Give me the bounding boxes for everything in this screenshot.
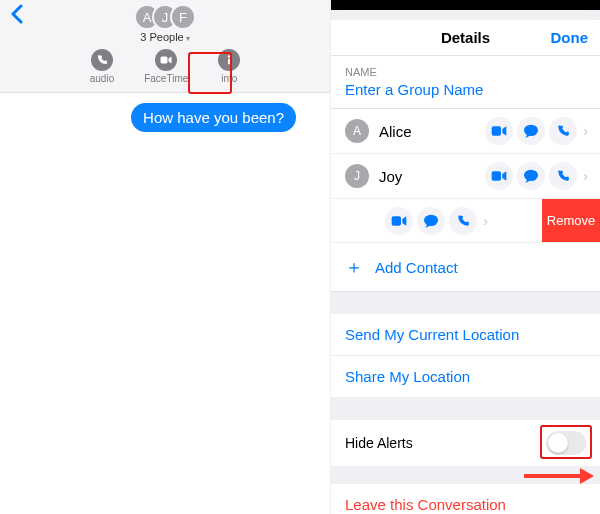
- share-location-button[interactable]: Share My Location: [331, 356, 600, 398]
- member-row-swiped[interactable]: ye › Remove: [331, 199, 600, 243]
- remove-button[interactable]: Remove: [542, 199, 600, 243]
- avatar: J: [345, 164, 369, 188]
- section-gap: [331, 398, 600, 420]
- video-call-button[interactable]: [385, 207, 413, 235]
- send-location-button[interactable]: Send My Current Location: [331, 314, 600, 356]
- group-avatars[interactable]: A J F: [0, 4, 330, 30]
- video-call-button[interactable]: [485, 117, 513, 145]
- video-call-button[interactable]: [485, 162, 513, 190]
- video-icon: [155, 49, 177, 71]
- message-button[interactable]: [517, 162, 545, 190]
- phone-icon: [91, 49, 113, 71]
- call-button[interactable]: [549, 162, 577, 190]
- messages-conversation-view: A J F 3 People▾ audio FaceTime: [0, 0, 330, 514]
- svg-rect-5: [492, 171, 501, 180]
- member-name: Joy: [379, 168, 402, 185]
- people-count[interactable]: 3 People▾: [0, 31, 330, 43]
- chevron-right-icon: ›: [583, 123, 588, 139]
- info-button[interactable]: info: [218, 49, 240, 84]
- status-bar: [331, 0, 600, 10]
- hide-alerts-toggle[interactable]: [546, 431, 586, 455]
- svg-point-4: [524, 125, 538, 136]
- member-row[interactable]: J Joy ›: [331, 154, 600, 199]
- svg-rect-0: [161, 57, 168, 64]
- info-icon: [218, 49, 240, 71]
- back-button[interactable]: [10, 4, 24, 24]
- plus-icon: ＋: [345, 255, 363, 279]
- avatar: A: [345, 119, 369, 143]
- message-button[interactable]: [417, 207, 445, 235]
- leave-conversation-button[interactable]: Leave this Conversation: [331, 483, 600, 514]
- details-sheet: Details Done NAME Enter a Group Name A A…: [330, 0, 600, 514]
- page-title: Details: [441, 29, 490, 46]
- message-row: How have you been?: [0, 93, 330, 132]
- message-button[interactable]: [517, 117, 545, 145]
- svg-point-6: [524, 170, 538, 181]
- toggle-knob: [548, 433, 568, 453]
- done-button[interactable]: Done: [551, 29, 589, 46]
- chevron-down-icon: ▾: [186, 34, 190, 43]
- member-name: Alice: [379, 123, 412, 140]
- chevron-right-icon: ›: [583, 168, 588, 184]
- hide-alerts-row: Hide Alerts: [331, 420, 600, 467]
- call-button[interactable]: [549, 117, 577, 145]
- chevron-right-icon: ›: [483, 213, 488, 229]
- sent-message-bubble[interactable]: How have you been?: [131, 103, 296, 132]
- section-label-name: NAME: [331, 56, 600, 81]
- avatar: F: [170, 4, 196, 30]
- svg-rect-3: [492, 126, 501, 135]
- details-header: Details Done: [331, 20, 600, 56]
- svg-point-1: [228, 55, 231, 58]
- header-actions: audio FaceTime info: [0, 49, 330, 84]
- add-contact-button[interactable]: ＋ Add Contact: [331, 243, 600, 292]
- hide-alerts-label: Hide Alerts: [345, 435, 413, 451]
- call-button[interactable]: [449, 207, 477, 235]
- svg-point-8: [424, 214, 438, 225]
- svg-rect-2: [228, 59, 230, 65]
- chat-header: A J F 3 People▾ audio FaceTime: [0, 0, 330, 93]
- svg-rect-7: [392, 216, 401, 225]
- section-gap: [331, 292, 600, 314]
- member-row[interactable]: A Alice ›: [331, 109, 600, 154]
- section-gap: [331, 467, 600, 483]
- facetime-button[interactable]: FaceTime: [144, 49, 188, 84]
- sheet-background-cap: [335, 10, 596, 20]
- audio-button[interactable]: audio: [90, 49, 114, 84]
- group-name-field[interactable]: Enter a Group Name: [331, 81, 600, 109]
